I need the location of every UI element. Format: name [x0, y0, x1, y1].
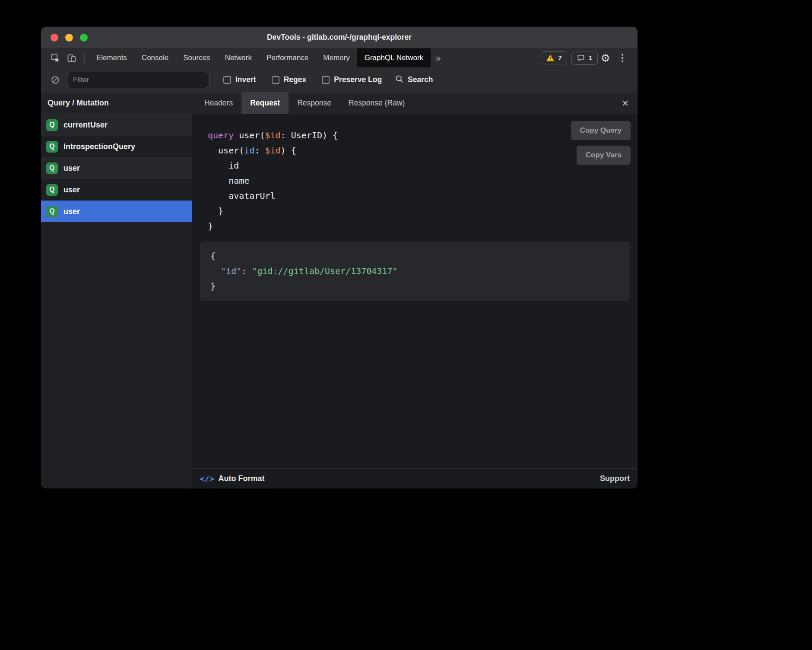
query-list-item-user-4[interactable]: Quser: [41, 201, 192, 222]
query-badge: Q: [46, 184, 58, 196]
tab-network[interactable]: Network: [218, 48, 259, 67]
toolbar-divider: [84, 53, 85, 63]
search-control[interactable]: Search: [395, 74, 433, 86]
settings-gear-icon[interactable]: ⚙: [598, 48, 613, 67]
issues-count: 1: [589, 54, 593, 62]
window-title: DevTools - gitlab.com/-/graphql-explorer: [41, 33, 638, 42]
code-token: $id: [265, 130, 280, 140]
code-token: ) {: [281, 145, 296, 156]
query-list-item-currentuser-0[interactable]: QcurrentUser: [41, 114, 192, 136]
query-sidebar: Query / Mutation QcurrentUserQIntrospect…: [41, 92, 192, 488]
query-name: user: [63, 164, 80, 173]
code-token: }: [210, 281, 216, 291]
code-line: {: [210, 249, 630, 264]
code-token: "gid://gitlab/User/13704317": [252, 266, 397, 276]
auto-format-label: Auto Format: [219, 474, 265, 483]
panel-footer: </> Auto Format Support: [192, 468, 638, 488]
device-toolbar-icon[interactable]: [63, 48, 80, 67]
filter-input[interactable]: [67, 72, 209, 88]
main-tab-strip: ElementsConsoleSourcesNetworkPerformance…: [89, 48, 431, 67]
warnings-badge[interactable]: 7: [541, 51, 567, 64]
zoom-window-button[interactable]: [80, 34, 88, 41]
close-window-button[interactable]: [51, 34, 58, 41]
query-list: QcurrentUserQIntrospectionQueryQuserQuse…: [41, 114, 192, 488]
query-name: IntrospectionQuery: [63, 142, 135, 151]
titlebar: DevTools - gitlab.com/-/graphql-explorer: [41, 27, 638, 48]
request-panel: HeadersRequestResponseResponse (Raw) ✕ C…: [192, 92, 638, 488]
search-icon: [395, 74, 404, 86]
auto-format-button[interactable]: </> Auto Format: [200, 474, 265, 483]
main-toolbar: ElementsConsoleSourcesNetworkPerformance…: [41, 48, 638, 67]
code-token: user(: [239, 130, 265, 140]
code-token: [210, 266, 221, 276]
minimize-window-button[interactable]: [65, 34, 73, 41]
tab-sources[interactable]: Sources: [176, 48, 217, 67]
checkbox-label: Regex: [284, 75, 307, 84]
filter-bar: Invert Regex Preserve Log Search: [41, 67, 638, 92]
inspect-element-icon[interactable]: [47, 48, 63, 67]
query-list-item-introspectionquery-1[interactable]: QIntrospectionQuery: [41, 136, 192, 157]
code-token: avatarUrl: [208, 191, 276, 201]
code-token: :: [254, 145, 265, 156]
code-line: }: [208, 204, 638, 219]
code-token: user(: [208, 145, 244, 156]
code-token: :: [241, 266, 252, 276]
close-panel-icon[interactable]: ✕: [613, 92, 638, 114]
desktop-background: DevTools - gitlab.com/-/graphql-explorer…: [0, 0, 812, 650]
tab-graphql-network[interactable]: GraphQL Network: [357, 48, 431, 67]
more-tabs-button[interactable]: »: [431, 53, 446, 63]
code-token: query: [208, 130, 239, 140]
code-line: avatarUrl: [208, 188, 638, 204]
code-line: "id": "gid://gitlab/User/13704317": [210, 264, 630, 279]
checkbox-label: Preserve Log: [334, 75, 382, 84]
copy-vars-button[interactable]: Copy Vars: [577, 146, 631, 165]
copy-buttons: Copy Query Copy Vars: [571, 121, 631, 165]
panel-tab-response-raw[interactable]: Response (Raw): [340, 92, 413, 114]
code-token: }: [208, 221, 213, 231]
panel-tab-headers[interactable]: Headers: [196, 92, 241, 114]
code-token: id: [208, 160, 239, 171]
code-icon: </>: [200, 474, 214, 483]
code-token: $id: [265, 145, 280, 156]
checkbox-label: Invert: [235, 75, 256, 84]
panel-tab-bar: HeadersRequestResponseResponse (Raw) ✕: [192, 92, 638, 114]
code-line: }: [208, 219, 638, 234]
more-options-icon[interactable]: ⋮: [613, 48, 631, 67]
checkbox-box: [223, 76, 231, 84]
query-name: currentUser: [63, 121, 108, 130]
warnings-count: 7: [558, 54, 562, 62]
query-list-item-user-3[interactable]: Quser: [41, 179, 192, 201]
request-content: Copy Query Copy Vars query user($id: Use…: [192, 114, 638, 468]
copy-query-button[interactable]: Copy Query: [571, 121, 631, 140]
invert-checkbox[interactable]: Invert: [223, 75, 256, 84]
code-token: id: [244, 145, 254, 156]
query-list-item-user-2[interactable]: Quser: [41, 157, 192, 179]
checkbox-box: [322, 76, 330, 84]
traffic-lights: [41, 34, 88, 41]
support-link[interactable]: Support: [600, 474, 630, 483]
tab-performance[interactable]: Performance: [259, 48, 316, 67]
devtools-window: DevTools - gitlab.com/-/graphql-explorer…: [41, 27, 638, 488]
checkbox-box: [272, 76, 279, 84]
preserve-log-checkbox[interactable]: Preserve Log: [322, 75, 382, 84]
panel-tab-request[interactable]: Request: [241, 92, 289, 114]
tab-console[interactable]: Console: [134, 48, 176, 67]
message-bubble-icon: [577, 54, 585, 62]
code-token: "id": [221, 266, 241, 276]
query-name: user: [63, 185, 80, 194]
tab-elements[interactable]: Elements: [89, 48, 134, 67]
code-line: name: [208, 173, 638, 188]
query-name: user: [63, 207, 80, 216]
panel-tab-response[interactable]: Response: [289, 92, 340, 114]
query-badge: Q: [46, 119, 58, 131]
regex-checkbox[interactable]: Regex: [272, 75, 307, 84]
search-label: Search: [408, 75, 433, 84]
sidebar-header: Query / Mutation: [41, 92, 192, 114]
code-line: }: [210, 279, 630, 294]
panel-tab-strip: HeadersRequestResponseResponse (Raw): [196, 92, 413, 114]
clear-icon[interactable]: [49, 75, 62, 85]
tab-memory[interactable]: Memory: [316, 48, 357, 67]
code-token: {: [210, 251, 216, 261]
query-badge: Q: [46, 141, 58, 153]
issues-badge[interactable]: 1: [571, 51, 598, 65]
